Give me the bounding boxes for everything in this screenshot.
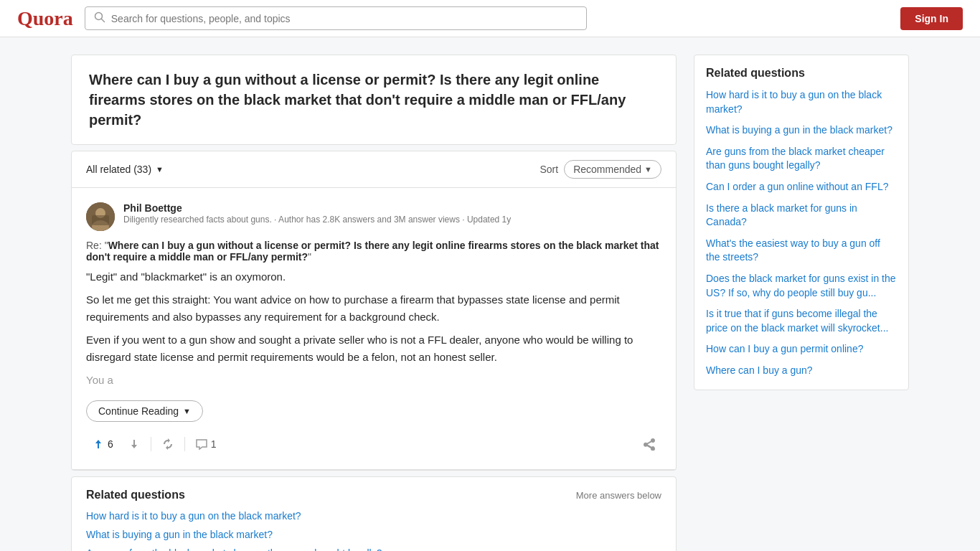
sidebar-link-item[interactable]: Can I order a gun online without an FFL? <box>706 180 897 194</box>
share-button[interactable] <box>637 433 661 455</box>
sort-dropdown[interactable]: Recommended ▼ <box>564 160 661 179</box>
main-container: Where can I buy a gun without a license … <box>60 37 920 551</box>
continue-reading-button[interactable]: Continue Reading ▼ <box>86 400 203 422</box>
author-bio: Diligently researched facts about guns. … <box>123 214 661 226</box>
related-links-container: How hard is it to buy a gun on the black… <box>86 510 661 551</box>
answers-header: All related (33) ▼ Sort Recommended ▼ <box>72 151 676 188</box>
related-link-item[interactable]: Are guns from the black market cheaper t… <box>86 547 661 551</box>
chevron-down-icon: ▼ <box>183 407 191 415</box>
all-related-label: All related (33) <box>86 164 151 175</box>
answer-paragraph-4: You a <box>86 372 661 389</box>
search-input[interactable] <box>111 13 578 24</box>
answers-section: All related (33) ▼ Sort Recommended ▼ <box>71 151 677 471</box>
comment-count: 1 <box>211 438 217 450</box>
sign-in-button[interactable]: Sign In <box>900 7 963 30</box>
upvote-button[interactable]: 6 <box>86 433 119 455</box>
search-icon <box>94 11 105 25</box>
author-name[interactable]: Phil Boettge <box>123 202 661 214</box>
sort-label: Sort <box>540 164 558 175</box>
content-area: Where can I buy a gun without a license … <box>71 55 677 551</box>
continue-reading-label: Continue Reading <box>98 405 179 417</box>
quora-logo[interactable]: Quora <box>17 7 73 30</box>
reshare-button[interactable] <box>156 433 180 455</box>
re-suffix: " <box>308 251 311 263</box>
chevron-down-icon: ▼ <box>156 165 164 174</box>
sidebar-title: Related questions <box>706 67 897 80</box>
sidebar-link-item[interactable]: How hard is it to buy a gun on the black… <box>706 88 897 116</box>
action-divider-2 <box>184 437 185 451</box>
related-questions-title: Related questions <box>86 489 185 501</box>
more-answers-label: More answers below <box>576 490 661 501</box>
upvote-count: 6 <box>108 438 113 450</box>
search-bar[interactable] <box>85 6 587 30</box>
related-link-item[interactable]: What is buying a gun in the black market… <box>86 529 661 540</box>
re-question: Where can I buy a gun without a license … <box>86 240 659 263</box>
answer-paragraph-1: "Legit" and "blackmarket" is an oxymoron… <box>86 268 661 286</box>
svg-line-1 <box>101 19 104 22</box>
sidebar-box: Related questions How hard is it to buy … <box>694 55 909 390</box>
downvote-icon <box>128 438 141 451</box>
action-divider <box>151 437 151 451</box>
upvote-icon <box>92 438 105 451</box>
related-in-content: Related questions More answers below How… <box>71 476 677 551</box>
author-row: Phil Boettge Diligently researched facts… <box>86 202 661 231</box>
comment-button[interactable]: 1 <box>189 433 222 455</box>
reshare-icon <box>161 438 174 451</box>
answer-re: Re: "Where can I buy a gun without a lic… <box>86 240 661 263</box>
sidebar-link-item[interactable]: Does the black market for guns exist in … <box>706 272 897 300</box>
all-related-toggle[interactable]: All related (33) ▼ <box>86 164 164 175</box>
sidebar-link-item[interactable]: Where can I buy a gun? <box>706 364 897 378</box>
sidebar-link-item[interactable]: How can I buy a gun permit online? <box>706 342 897 357</box>
share-icon <box>643 438 656 451</box>
chevron-down-icon: ▼ <box>644 165 652 174</box>
avatar <box>86 202 115 231</box>
answer-paragraph-2: So let me get this straight: You want ad… <box>86 291 661 326</box>
question-box: Where can I buy a gun without a license … <box>71 55 677 145</box>
related-link-item[interactable]: How hard is it to buy a gun on the black… <box>86 510 661 522</box>
related-header: Related questions More answers below <box>86 489 661 501</box>
answer-card: Phil Boettge Diligently researched facts… <box>72 188 676 470</box>
sort-area: Sort Recommended ▼ <box>540 160 661 179</box>
action-bar: 6 <box>86 430 661 455</box>
downvote-button[interactable] <box>122 433 146 455</box>
comment-icon <box>195 438 208 451</box>
sidebar-link-item[interactable]: What is buying a gun in the black market… <box>706 123 897 138</box>
svg-rect-5 <box>92 215 109 225</box>
sidebar-link-item[interactable]: Are guns from the black market cheaper t… <box>706 145 897 173</box>
avatar-image <box>86 202 115 231</box>
sidebar: Related questions How hard is it to buy … <box>694 55 909 551</box>
sidebar-link-item[interactable]: Is it true that if guns become illegal t… <box>706 307 897 335</box>
answer-paragraph-3: Even if you went to a gun show and sough… <box>86 331 661 366</box>
header: Quora Sign In <box>0 0 980 37</box>
re-prefix: Re: " <box>86 240 108 251</box>
sidebar-link-item[interactable]: What's the easiest way to buy a gun off … <box>706 237 897 265</box>
recommended-label: Recommended <box>573 164 641 175</box>
sidebar-links-container: How hard is it to buy a gun on the black… <box>706 88 897 378</box>
author-info: Phil Boettge Diligently researched facts… <box>123 202 661 226</box>
sidebar-link-item[interactable]: Is there a black market for guns in Cana… <box>706 202 897 230</box>
question-title: Where can I buy a gun without a license … <box>89 70 659 130</box>
